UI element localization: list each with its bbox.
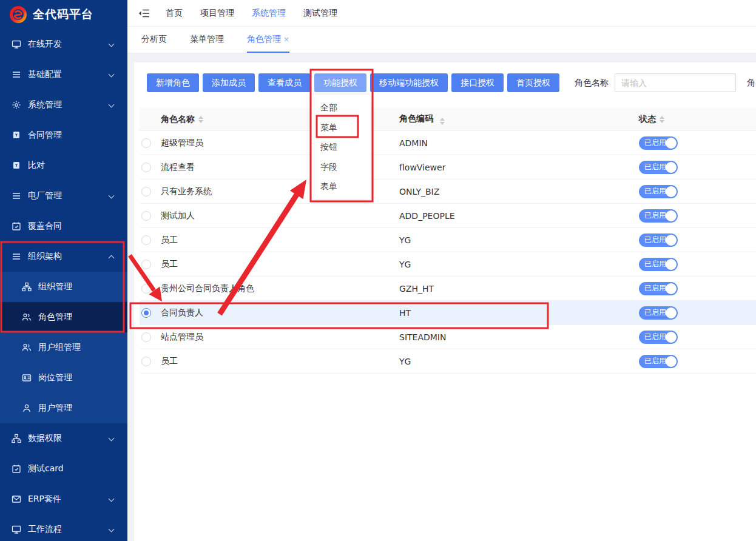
- toggle-knob: [666, 356, 677, 367]
- row-radio[interactable]: [141, 357, 151, 366]
- table-row[interactable]: 流程查看 flowViewer 已启用: [140, 155, 756, 180]
- sidebar-item-label: 系统管理: [28, 99, 62, 110]
- status-toggle[interactable]: 已启用: [639, 136, 678, 150]
- status-toggle[interactable]: 已启用: [639, 209, 678, 223]
- status-toggle[interactable]: 已启用: [639, 331, 678, 344]
- table-row[interactable]: 员工 YG 已启用: [140, 252, 756, 277]
- topnav-item[interactable]: 测试管理: [303, 8, 337, 19]
- sidebar-item[interactable]: 覆盖合同: [0, 211, 127, 241]
- role-code-cell: YG: [399, 235, 637, 245]
- sidebar-item[interactable]: 系统管理: [0, 90, 127, 120]
- sidebar-item[interactable]: 用户组管理: [0, 332, 127, 363]
- sidebar-item-label: 角色管理: [38, 312, 72, 323]
- status-toggle[interactable]: 已启用: [639, 234, 678, 247]
- row-radio[interactable]: [141, 308, 151, 318]
- sidebar-item[interactable]: 比对: [0, 150, 127, 181]
- sidebar-item[interactable]: ERP套件: [0, 484, 127, 514]
- table-row[interactable]: 只有业务系统 ONLY_BIZ 已启用: [140, 180, 756, 204]
- header-status[interactable]: 状态: [637, 114, 756, 125]
- status-toggle[interactable]: 已启用: [639, 355, 678, 368]
- table-row[interactable]: 站点管理员 SITEADMIN 已启用: [140, 325, 756, 349]
- sidebar-item[interactable]: 基础配置: [0, 59, 127, 90]
- menu-fold-icon[interactable]: [138, 8, 150, 18]
- topnav-item[interactable]: 首页: [166, 8, 183, 19]
- table-row[interactable]: 测试加人 ADD_PEOPLE 已启用: [140, 204, 756, 228]
- row-radio[interactable]: [141, 332, 151, 342]
- dropdown-item[interactable]: 全部: [311, 98, 371, 118]
- toolbar-button[interactable]: 接口授权: [451, 73, 504, 92]
- dropdown-item[interactable]: 字段: [311, 157, 371, 177]
- chevron-icon: [109, 193, 115, 199]
- status-toggle[interactable]: 已启用: [639, 161, 678, 174]
- topnav-item[interactable]: 项目管理: [200, 8, 234, 19]
- dropdown-item[interactable]: 表单: [311, 176, 371, 197]
- sidebar-item-label: 组织架构: [28, 251, 62, 262]
- toolbar-button[interactable]: 查看成员: [258, 73, 311, 92]
- table-row[interactable]: 员工 YG 已启用: [140, 349, 756, 374]
- status-toggle-label: 已启用: [644, 259, 666, 269]
- table-row[interactable]: 员工 YG 已启用: [140, 228, 756, 252]
- sidebar-item[interactable]: 组织架构: [0, 241, 127, 272]
- sidebar-item[interactable]: 测试card: [0, 454, 127, 484]
- page-tab[interactable]: 角色管理 ×: [247, 27, 289, 53]
- table-row[interactable]: 合同负责人 HT 已启用: [140, 301, 756, 325]
- sidebar-item[interactable]: 在线开发: [0, 29, 127, 59]
- app-title: 全代码平台: [33, 7, 93, 22]
- page-tab[interactable]: 分析页: [141, 27, 169, 53]
- row-radio[interactable]: [141, 138, 151, 148]
- idcard-icon: [22, 373, 32, 383]
- page-tab[interactable]: 菜单管理: [190, 27, 226, 53]
- chevron-icon: [109, 496, 115, 502]
- row-radio[interactable]: [141, 211, 151, 221]
- row-radio[interactable]: [141, 260, 151, 269]
- role-code-cell: ONLY_BIZ: [399, 187, 637, 197]
- sidebar-item[interactable]: 合同管理: [0, 120, 127, 150]
- chevron-icon: [109, 72, 115, 78]
- toggle-knob: [666, 332, 677, 343]
- role-name-cell: 员工: [161, 356, 178, 367]
- row-radio[interactable]: [141, 235, 151, 245]
- role-name-cell: 只有业务系统: [161, 186, 212, 197]
- tab-label: 分析页: [141, 34, 167, 45]
- sidebar-item-label: 数据权限: [28, 433, 62, 444]
- sidebar-item-label: 合同管理: [28, 130, 62, 141]
- table-row[interactable]: 超级管理员 ADMIN 已启用: [140, 131, 756, 155]
- sidebar-item[interactable]: 组织管理: [0, 272, 127, 302]
- role-code-cell: HT: [399, 308, 637, 318]
- row-radio[interactable]: [141, 187, 151, 197]
- role-code-cell: ADD_PEOPLE: [399, 211, 637, 221]
- toolbar-button[interactable]: 功能授权: [314, 73, 366, 92]
- header-role-code[interactable]: 角色编码: [399, 113, 637, 125]
- sidebar-item-label: 测试card: [28, 463, 64, 474]
- toolbar-button[interactable]: 新增角色: [147, 73, 199, 92]
- toggle-knob: [666, 235, 677, 246]
- role-name-label: 角色名称: [575, 78, 609, 89]
- toolbar-button[interactable]: 添加成员: [203, 73, 255, 92]
- row-radio[interactable]: [141, 284, 151, 294]
- row-radio[interactable]: [141, 163, 151, 172]
- sort-icon: [198, 116, 203, 123]
- sidebar-item[interactable]: 角色管理: [0, 302, 127, 332]
- chevron-icon: [109, 102, 115, 108]
- sidebar-item[interactable]: 工作流程: [0, 514, 127, 541]
- toolbar-button[interactable]: 首页授权: [507, 73, 559, 92]
- toggle-knob: [666, 162, 677, 173]
- status-toggle[interactable]: 已启用: [639, 258, 678, 271]
- status-toggle[interactable]: 已启用: [639, 282, 678, 295]
- sidebar-item[interactable]: 数据权限: [0, 423, 127, 454]
- status-toggle[interactable]: 已启用: [639, 306, 678, 320]
- role-code-cell: YG: [399, 357, 637, 366]
- dropdown-item[interactable]: 菜单: [311, 118, 371, 138]
- sidebar-item[interactable]: 岗位管理: [0, 363, 127, 393]
- role-code-cell: GZH_HT: [399, 284, 637, 294]
- table-row[interactable]: 贵州公司合同负责人角色 GZH_HT 已启用: [140, 277, 756, 301]
- status-toggle[interactable]: 已启用: [639, 185, 678, 198]
- dropdown-item[interactable]: 按钮: [311, 137, 371, 157]
- tab-close-icon[interactable]: ×: [283, 35, 289, 44]
- topnav-item[interactable]: 系统管理: [252, 8, 286, 19]
- sidebar-item[interactable]: 电厂管理: [0, 181, 127, 211]
- toolbar-button[interactable]: 移动端功能授权: [370, 73, 448, 92]
- role-name-input[interactable]: [615, 73, 736, 92]
- sidebar-item[interactable]: 用户管理: [0, 393, 127, 423]
- content-wrapper: 新增角色 添加成员 查看成员 功能授权 移动端功能授权 接口授权 首页授权: [127, 53, 756, 541]
